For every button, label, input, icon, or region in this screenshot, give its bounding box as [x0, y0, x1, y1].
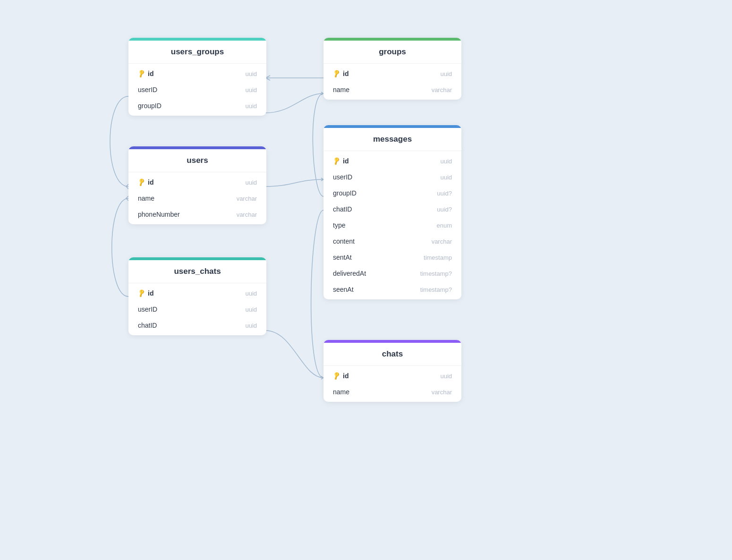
table-title: groups	[323, 41, 461, 64]
diagram-canvas: users_groups 🔑 id uuid userID uuid group…	[0, 0, 732, 560]
field-name: content	[333, 238, 355, 245]
key-icon: 🔑	[137, 178, 146, 187]
field-type: uuid	[245, 290, 257, 297]
key-icon: 🔑	[137, 69, 146, 78]
table-row: 🔑 id uuid	[323, 153, 461, 169]
table-row: groupID uuid?	[323, 185, 461, 201]
field-type: uuid	[245, 70, 257, 77]
table-title: chats	[323, 343, 461, 366]
table-row: name varchar	[323, 82, 461, 98]
table-row: groupID uuid	[128, 98, 266, 114]
table-row: 🔑 id uuid	[128, 174, 266, 190]
field-type: uuid	[440, 174, 452, 181]
field-name: sentAt	[333, 254, 352, 261]
field-name: name	[138, 195, 154, 202]
table-body: 🔑 id uuid userID uuid chatID uuid	[128, 283, 266, 335]
table-title: users_groups	[128, 41, 266, 64]
table-row: userID uuid	[323, 169, 461, 185]
table-row: content varchar	[323, 233, 461, 249]
field-type: uuid	[245, 322, 257, 329]
table-body: 🔑 id uuid userID uuid groupID uuid? chat…	[323, 151, 461, 299]
table-body: 🔑 id uuid name varchar	[323, 64, 461, 100]
field-type: uuid?	[437, 190, 452, 197]
field-type: varchar	[432, 238, 452, 245]
field-type: varchar	[237, 195, 257, 202]
field-name: chatID	[138, 322, 157, 329]
field-name: deliveredAt	[333, 270, 366, 277]
field-type: timestamp?	[420, 270, 452, 277]
table-row: name varchar	[128, 190, 266, 206]
table-row: 🔑 id uuid	[128, 285, 266, 301]
table-body: 🔑 id uuid name varchar phoneNumber varch…	[128, 172, 266, 224]
field-type: uuid	[245, 306, 257, 313]
field-type: uuid	[245, 86, 257, 93]
table-row: sentAt timestamp	[323, 249, 461, 265]
key-icon: 🔑	[332, 69, 341, 78]
table-body: 🔑 id uuid userID uuid groupID uuid	[128, 64, 266, 116]
table-chats: chats 🔑 id uuid name varchar	[323, 340, 461, 402]
table-title: users	[128, 149, 266, 172]
table-messages: messages 🔑 id uuid userID uuid groupID u…	[323, 125, 461, 299]
key-icon: 🔑	[137, 288, 146, 298]
table-row: chatID uuid	[128, 317, 266, 333]
table-users-groups: users_groups 🔑 id uuid userID uuid group…	[128, 38, 266, 116]
field-name: seenAt	[333, 286, 354, 293]
field-name: type	[333, 221, 345, 229]
table-row: deliveredAt timestamp?	[323, 265, 461, 281]
field-type: varchar	[237, 211, 257, 218]
table-row: chatID uuid?	[323, 201, 461, 217]
table-title: messages	[323, 128, 461, 151]
field-type: enum	[436, 222, 452, 229]
field-name: name	[333, 388, 349, 396]
field-name: 🔑 id	[138, 178, 153, 186]
field-name: groupID	[138, 102, 162, 110]
field-type: uuid	[440, 373, 452, 380]
table-row: 🔑 id uuid	[323, 66, 461, 82]
field-type: uuid	[245, 179, 257, 186]
table-title: users_chats	[128, 260, 266, 283]
field-name: name	[333, 86, 349, 93]
table-row: userID uuid	[128, 82, 266, 98]
table-row: userID uuid	[128, 301, 266, 317]
table-row: type enum	[323, 217, 461, 233]
field-type: timestamp?	[420, 286, 452, 293]
field-name: userID	[333, 173, 352, 181]
key-icon: 🔑	[332, 156, 341, 166]
table-body: 🔑 id uuid name varchar	[323, 366, 461, 402]
field-name: groupID	[333, 189, 357, 197]
field-type: timestamp	[424, 254, 452, 261]
field-name: 🔑 id	[138, 70, 153, 77]
table-row: name varchar	[323, 384, 461, 400]
field-type: uuid	[440, 70, 452, 77]
field-name: 🔑 id	[333, 372, 349, 380]
field-name: userID	[138, 86, 157, 93]
field-type: uuid?	[437, 206, 452, 213]
table-users-chats: users_chats 🔑 id uuid userID uuid chatID…	[128, 257, 266, 335]
field-type: varchar	[432, 389, 452, 396]
key-icon: 🔑	[332, 371, 341, 381]
table-row: 🔑 id uuid	[323, 368, 461, 384]
field-name: 🔑 id	[333, 70, 349, 77]
field-name: userID	[138, 305, 157, 313]
field-name: 🔑 id	[333, 157, 349, 165]
field-type: varchar	[432, 86, 452, 93]
field-name: 🔑 id	[138, 289, 153, 297]
table-row: seenAt timestamp?	[323, 281, 461, 297]
field-type: uuid	[245, 102, 257, 110]
table-groups: groups 🔑 id uuid name varchar	[323, 38, 461, 100]
table-row: phoneNumber varchar	[128, 206, 266, 222]
field-name: phoneNumber	[138, 211, 180, 218]
field-type: uuid	[440, 158, 452, 165]
table-row: 🔑 id uuid	[128, 66, 266, 82]
field-name: chatID	[333, 205, 352, 213]
table-users: users 🔑 id uuid name varchar phoneNumber…	[128, 146, 266, 224]
